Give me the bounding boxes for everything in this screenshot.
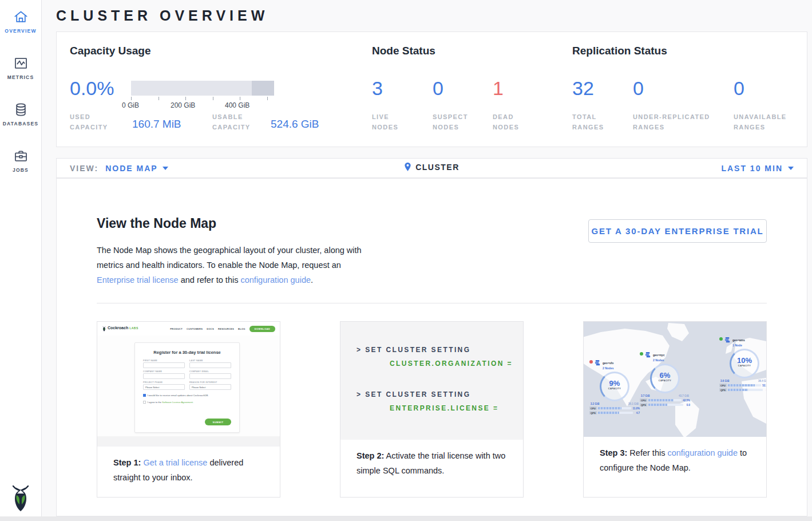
field-label: PROJECT PHASE <box>143 381 185 384</box>
mini-site-brand-name: Cockroach <box>108 326 128 330</box>
database-icon <box>13 102 29 117</box>
capacity-axis-tick <box>213 97 213 100</box>
summary-card: Capacity Usage 0.0% 0 GiB 200 GiB 400 Gi… <box>56 31 807 147</box>
license-agreement-text: I agree to the <box>148 401 163 404</box>
cpu-label: CPU <box>719 384 727 387</box>
view-selector-dropdown[interactable]: NODE MAP <box>105 164 168 173</box>
map-region-nyc[interactable]: geo=nyc2 Nodes 6% CAPACITY 3.7 GiB 43.7 … <box>640 352 690 406</box>
step1-label: Step 1: <box>113 458 141 467</box>
sidebar-item-overview[interactable]: OVERVIEW <box>0 9 41 34</box>
email-updates-checkbox[interactable] <box>143 394 146 397</box>
qps-value: 0.0 <box>684 404 690 406</box>
enterprise-trial-button[interactable]: GET A 30-DAY ENTERPRISE TRIAL <box>588 219 767 243</box>
qps-label: QPS <box>589 411 597 415</box>
mini-download-button[interactable]: DOWNLOAD <box>249 326 275 332</box>
page-title: CLUSTER OVERVIEW <box>56 7 268 24</box>
license-agreement-checkbox-row: I agree to the Software License Agreemen… <box>135 401 239 404</box>
license-agreement-checkbox[interactable] <box>143 401 146 404</box>
chevron-down-icon <box>788 167 794 170</box>
mini-nav-docs[interactable]: DOCS <box>207 327 214 330</box>
breadcrumb: CLUSTER <box>57 162 807 174</box>
live-nodes-value: 3 <box>372 77 383 99</box>
qps-bar <box>728 389 763 391</box>
total-ranges-value: 32 <box>572 77 594 99</box>
view-selector-value: NODE MAP <box>105 164 157 173</box>
region-node-count: 2 Nodes <box>603 366 613 370</box>
enterprise-trial-license-link[interactable]: Enterprise trial license <box>97 275 179 285</box>
unavailable-ranges-value: 0 <box>734 77 744 99</box>
region-node-count: 1 Node <box>732 344 742 347</box>
last-name-input[interactable] <box>189 362 231 368</box>
capacity-usage-title: Capacity Usage <box>70 45 151 57</box>
project-phase-select[interactable]: Please Select <box>143 384 185 390</box>
unavailable-ranges-label: UNAVAILABLE RANGES <box>734 112 802 132</box>
cpu-label: CPU <box>589 406 597 410</box>
email-updates-label: I would like to receive email updates ab… <box>148 394 209 397</box>
under-replicated-ranges-label: UNDER-REPLICATED RANGES <box>633 112 724 132</box>
map-region-ams[interactable]: geo=ams1 Node 10% CAPACITY 3.6 GiB 36.4 … <box>719 337 766 392</box>
description-text: . <box>311 275 313 285</box>
metrics-chart-icon <box>13 56 29 71</box>
configuration-guide-link[interactable]: configuration guide <box>667 448 738 457</box>
sidebar-item-label: OVERVIEW <box>0 28 41 34</box>
cpu-label: CPU <box>640 398 647 402</box>
capacity-donut: 9% CAPACITY <box>600 372 629 401</box>
capacity-axis-tick <box>240 97 240 100</box>
step2-caption: Step 2: Activate the trial license with … <box>340 440 523 497</box>
region-capacity-label: CAPACITY <box>652 380 678 382</box>
sql-code-block: > SET CLUSTER SETTING CLUSTER.ORGANIZATI… <box>340 322 523 441</box>
mini-nav-blog[interactable]: BLOG <box>238 327 245 330</box>
field-label: LAST NAME <box>189 360 231 362</box>
mini-nav-product[interactable]: PRODUCT <box>170 327 183 330</box>
dead-nodes-value: 1 <box>493 77 504 99</box>
capacity-axis-tick <box>185 97 186 100</box>
step1-caption: Step 1: Get a trial license delivered st… <box>97 447 280 497</box>
mini-nav-resources[interactable]: RESOURCES <box>218 327 234 330</box>
trial-form-fields: FIRST NAME LAST NAME COMPANY NAME COMPAN… <box>135 355 239 390</box>
sql-setting-line: CLUSTER.ORGANIZATION = <box>390 360 513 368</box>
sidebar-item-databases[interactable]: DATABASES <box>0 102 41 127</box>
reason-for-interest-select[interactable]: Please Select <box>189 384 231 390</box>
sql-prompt-line: > SET CLUSTER SETTING <box>357 346 470 354</box>
field-label: FIRST NAME <box>143 360 185 362</box>
sidebar-item-metrics[interactable]: METRICS <box>0 56 41 80</box>
mini-submit-button[interactable]: SUBMIT <box>205 419 231 425</box>
step2-label: Step 2: <box>357 451 384 460</box>
company-email-input[interactable] <box>189 373 231 379</box>
qps-bar <box>598 412 633 414</box>
map-region-sfo[interactable]: geo=sfo2 Nodes 9% CAPACITY 3.2 GiB 35.1 … <box>589 360 640 415</box>
region-name: geo=ams <box>732 338 745 342</box>
description-text: The Node Map shows the geographical layo… <box>97 246 362 270</box>
capacity-axis-tick <box>159 97 159 100</box>
field-label: COMPANY NAME <box>143 370 185 373</box>
sql-setting-line: ENTERPRISE.LICENSE = <box>390 404 498 412</box>
capacity-axis-label-200: 200 GiB <box>171 101 195 109</box>
get-trial-license-link[interactable]: Get a trial license <box>143 458 207 467</box>
software-license-agreement-link[interactable]: Software License Agreement. <box>162 401 193 404</box>
cpu-bar <box>728 384 761 386</box>
sidebar-item-jobs[interactable]: JOBS <box>0 148 41 173</box>
email-updates-checkbox-row: I would like to receive email updates ab… <box>135 394 239 397</box>
page: OVERVIEW METRICS DATABASES JOBS <box>0 0 812 521</box>
capacity-axis-label-0: 0 GiB <box>122 101 139 109</box>
used-capacity-label: USED CAPACITY <box>70 112 122 132</box>
node-status-title: Node Status <box>372 45 435 57</box>
replication-status-title: Replication Status <box>572 45 667 57</box>
region-capacity-percent: 6% <box>652 371 678 380</box>
region-status-dot <box>589 360 593 364</box>
time-range-value: LAST 10 MIN <box>721 164 783 173</box>
chevron-down-icon <box>163 167 168 170</box>
used-capacity-value: 160.7 MiB <box>132 118 181 131</box>
region-node-count: 2 Nodes <box>653 358 664 362</box>
capacity-used-percent: 0.0% <box>70 77 114 99</box>
step2-card: > SET CLUSTER SETTING CLUSTER.ORGANIZATI… <box>340 321 524 498</box>
region-capacity-percent: 9% <box>601 379 628 388</box>
configuration-guide-link[interactable]: configuration guide <box>240 275 311 285</box>
first-name-input[interactable] <box>143 362 185 368</box>
company-name-input[interactable] <box>143 373 185 379</box>
mini-nav-customers[interactable]: CUSTOMERS <box>187 327 203 330</box>
time-range-dropdown[interactable]: LAST 10 MIN <box>721 164 794 173</box>
cluster-breadcrumb[interactable]: CLUSTER <box>404 162 460 172</box>
node-map-card: View the Node Map The Node Map shows the… <box>56 178 807 516</box>
capacity-donut: 6% CAPACITY <box>650 364 680 393</box>
